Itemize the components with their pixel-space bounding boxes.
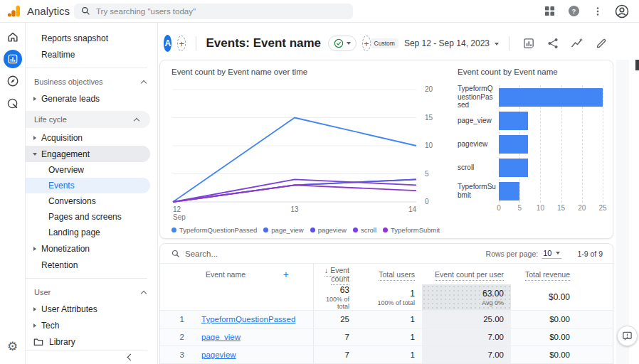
legend-item-typeformsubmit: TypeformSubmit <box>383 226 440 234</box>
sidebar-item-engagement[interactable]: Engagement <box>26 146 150 162</box>
sidebar-item-overview[interactable]: Overview <box>26 162 157 178</box>
legend-label: TypeformQuestionPassed <box>179 226 257 234</box>
rows-per-page-select[interactable]: 10 <box>542 249 561 259</box>
event-name-link[interactable]: TypeformQuestionPassed <box>201 315 295 323</box>
account-avatar-icon[interactable] <box>613 3 630 20</box>
legend-dot-icon <box>263 228 268 232</box>
feedback-button[interactable] <box>617 326 638 346</box>
all-users-segment-chip[interactable]: A <box>164 35 171 52</box>
advertising-icon[interactable] <box>3 94 23 114</box>
event-name-link[interactable]: pageview <box>201 350 236 359</box>
sidebar-item-generate-leads[interactable]: Generate leads <box>26 90 157 107</box>
bar-chart[interactable]: TypeformQuestionPassedpage_viewpageviews… <box>458 85 601 203</box>
date-range-selector[interactable]: Sep 12 - Sep 14, 2023 <box>404 38 490 48</box>
apps-grid-icon[interactable] <box>541 3 558 20</box>
share-icon[interactable] <box>544 34 562 53</box>
sidebar-section-life-cycle[interactable]: Life cycle <box>26 111 150 128</box>
column-header-event-name[interactable]: Event name + <box>160 264 314 284</box>
bar[interactable] <box>499 112 528 130</box>
rows-per-page-label: Rows per page: <box>486 250 539 258</box>
legend-item-pageview: pageview <box>310 226 347 234</box>
sidebar-item-events[interactable]: Events <box>26 178 150 193</box>
sidebar-item-user-attributes[interactable]: User Attributes <box>26 301 157 317</box>
sidebar-section-user[interactable]: User <box>26 284 157 301</box>
bar-row-scroll: scroll <box>458 156 601 179</box>
table-search-input[interactable] <box>185 250 313 258</box>
triangle-right-icon <box>33 323 36 328</box>
dimension-cell: 3pageview <box>160 346 314 363</box>
sidebar-item-reports-snapshot[interactable]: Reports snapshot <box>26 30 157 46</box>
bar-category-label: pageview <box>458 140 499 149</box>
chevron-up-icon <box>141 80 147 85</box>
sidebar-item-pages-and-screens[interactable]: Pages and screens <box>26 209 157 225</box>
metric-cell: 25.00 <box>422 311 511 328</box>
sidebar-item-acquisition[interactable]: Acquisition <box>26 129 157 146</box>
axis-tick-label: 10 <box>537 204 544 212</box>
kebab-menu-icon[interactable] <box>589 3 606 20</box>
table-totals-row: 63100% of total1100% of total63.00Avg 0%… <box>160 284 613 310</box>
admin-gear-icon[interactable]: ⚙ <box>7 339 18 354</box>
add-metric-icon[interactable]: + <box>362 36 371 51</box>
chart-legend: TypeformQuestionPassedpage_viewpageviews… <box>171 223 436 236</box>
home-icon[interactable] <box>3 27 23 47</box>
nav-rail: ⚙ <box>0 23 26 364</box>
logo-wrap[interactable]: Analytics <box>0 4 74 18</box>
edit-comparisons-icon[interactable] <box>519 34 538 53</box>
add-column-icon[interactable]: + <box>283 269 289 280</box>
report-header: A + Events: Event name + Custom Sep 12 -… <box>159 27 639 60</box>
bar[interactable] <box>499 159 528 177</box>
sidebar-item-conversions[interactable]: Conversions <box>26 193 157 209</box>
totals-cell: $0.00 <box>511 292 577 303</box>
add-comparison-icon[interactable]: + <box>177 36 186 51</box>
report-status-pill[interactable] <box>328 36 357 51</box>
sidebar-item-retention[interactable]: Retention <box>26 257 157 273</box>
sidebar-item-realtime[interactable]: Realtime <box>26 46 157 63</box>
scrollbar-thumb[interactable] <box>635 60 639 70</box>
bar[interactable] <box>499 88 603 107</box>
events-table-card: Rows per page: 10 1-9 of 9 Event name + … <box>159 243 613 364</box>
bar-row-page-view: page_view <box>458 109 601 132</box>
column-header-total-revenue[interactable]: Total revenue <box>511 270 577 279</box>
collapse-sidebar-button[interactable] <box>26 350 147 364</box>
bar-category-label: page_view <box>458 117 499 125</box>
bar[interactable] <box>499 182 519 200</box>
sidebar-item-monetization[interactable]: Monetization <box>26 240 157 257</box>
search-icon <box>171 250 180 258</box>
column-header-event-count[interactable]: ↓ Event count <box>314 266 357 283</box>
legend-dot-icon <box>310 228 315 232</box>
bar-track <box>499 159 601 177</box>
chevron-down-icon <box>556 252 560 255</box>
insights-icon[interactable] <box>568 34 586 53</box>
table-row: 3pageview717.00$0.00 <box>160 346 613 363</box>
column-header-total-users[interactable]: Total users <box>357 270 422 279</box>
item-label: Library <box>49 337 75 347</box>
bar-chart-x-axis: 0510152025 <box>499 203 601 213</box>
table-row: 1TypeformQuestionPassed25125.00$0.00 <box>160 310 613 328</box>
explore-icon[interactable] <box>3 71 23 91</box>
row-index: 3 <box>160 350 184 359</box>
chevron-left-icon <box>127 354 134 361</box>
axis-tick-label: 15 <box>557 204 565 212</box>
sidebar-section-business-objectives[interactable]: Business objectives <box>26 73 157 90</box>
global-search-input[interactable]: Try searching "users today" <box>74 4 353 19</box>
column-header-event-count-per-user[interactable]: Event count per user <box>422 270 511 279</box>
line-chart[interactable]: 0510152012Sep1314 <box>171 81 436 223</box>
sidebar-item-tech[interactable]: Tech <box>26 317 157 333</box>
column-header-label: ↓ Event count <box>324 266 349 285</box>
event-name-link[interactable]: page_view <box>201 333 241 341</box>
bar[interactable] <box>499 135 528 154</box>
line-chart-panel: Event count by Event name over time 0510… <box>171 68 436 231</box>
sidebar-item-library[interactable]: Library <box>26 333 157 350</box>
metric-cell: 7 <box>314 350 357 359</box>
table-search[interactable] <box>171 250 486 258</box>
help-icon[interactable]: ? <box>565 3 582 20</box>
topbar: Analytics Try searching "users today" ? <box>0 0 639 23</box>
item-label: Engagement <box>41 149 90 159</box>
check-circle-icon <box>334 38 344 48</box>
sidebar-item-landing-page[interactable]: Landing page <box>26 225 157 240</box>
bar-category-label: scroll <box>458 164 499 172</box>
reports-icon[interactable] <box>4 50 22 68</box>
item-label: Tech <box>41 321 59 331</box>
svg-text:5: 5 <box>425 170 429 178</box>
edit-report-pencil-icon[interactable] <box>592 34 611 53</box>
